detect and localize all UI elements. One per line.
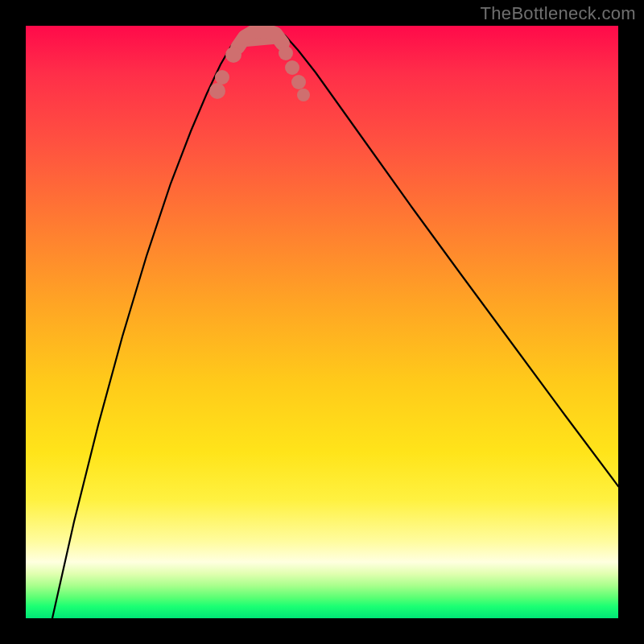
watermark-text: TheBottleneck.com (481, 3, 636, 24)
curve-marker-dot (291, 75, 306, 89)
curve-marker-dot (285, 60, 299, 75)
curve-marker-dot (225, 47, 242, 63)
plot-area (26, 26, 618, 618)
curve-marker-dot (297, 89, 310, 101)
curve-marker-dot (279, 46, 293, 60)
left-descending-curve (52, 29, 248, 618)
curve-marker-dot (215, 70, 229, 85)
valley-blob (237, 31, 283, 47)
marker-group (209, 46, 310, 101)
curve-marker-dot (209, 83, 225, 99)
curve-layer (26, 26, 618, 618)
right-ascending-curve (277, 29, 618, 486)
chart-frame: TheBottleneck.com (0, 0, 644, 644)
